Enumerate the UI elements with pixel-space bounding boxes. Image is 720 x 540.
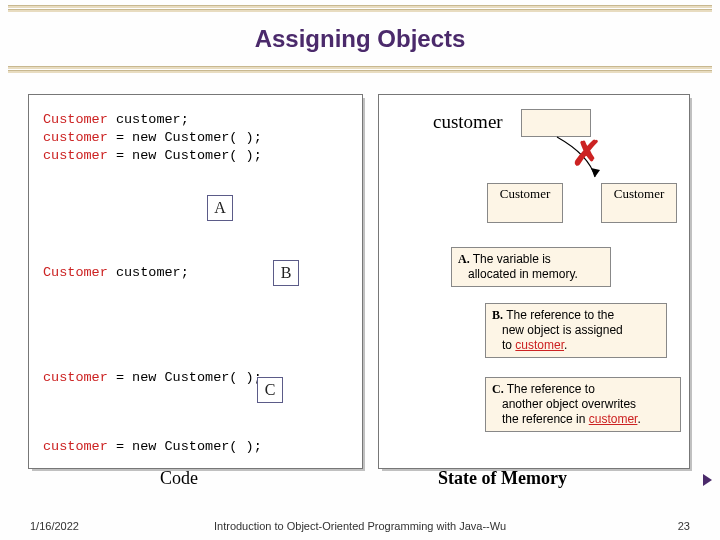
keyword: customer — [43, 148, 108, 163]
cross-icon: ✗ — [571, 133, 602, 173]
explain-text: . — [564, 338, 567, 352]
keyword: Customer — [43, 265, 108, 280]
code-panel: Customer customer; customer = new Custom… — [28, 94, 363, 469]
code-text: = new Customer( ); — [108, 439, 262, 454]
keyword: customer — [43, 370, 108, 385]
badge-b: B — [273, 260, 299, 286]
explain-text: allocated in memory. — [468, 267, 578, 281]
explain-text: new object is assigned — [502, 323, 623, 337]
explain-text: The reference to the — [503, 308, 614, 322]
explain-b: B. The reference to the new object is as… — [485, 303, 667, 358]
explain-tag: C. — [492, 382, 504, 396]
content-area: Customer customer; customer = new Custom… — [0, 76, 720, 476]
code-text: customer; — [108, 265, 189, 280]
code-block-bottom: Customer customer; B customer = new Cust… — [43, 228, 352, 507]
object-box-1: Customer — [487, 183, 563, 223]
footer-state-label: State of Memory — [438, 468, 567, 489]
object-box-2: Customer — [601, 183, 677, 223]
object-label: Customer — [614, 186, 665, 201]
explain-a: A. The variable is allocated in memory. — [451, 247, 611, 287]
badge-c: C — [257, 377, 283, 403]
explain-text: The variable is — [470, 252, 551, 266]
mid-rules — [0, 61, 720, 76]
slide-title: Assigning Objects — [0, 15, 720, 61]
footer-code-label: Code — [160, 468, 198, 489]
keyword: customer — [43, 439, 108, 454]
explain-text: The reference to — [504, 382, 595, 396]
explain-tag: A. — [458, 252, 470, 266]
explain-text: . — [637, 412, 640, 426]
explain-underline: customer — [589, 412, 638, 426]
explain-underline: customer — [515, 338, 564, 352]
top-rules — [0, 0, 720, 15]
keyword: customer — [43, 130, 108, 145]
bottom-bar: 1/16/2022 Introduction to Object-Oriente… — [0, 512, 720, 540]
next-slide-icon[interactable] — [703, 474, 712, 486]
code-text: = new Customer( ); — [108, 148, 262, 163]
keyword: Customer — [43, 112, 108, 127]
code-text: customer; — [108, 112, 189, 127]
memory-panel: customer Customer ✗ Customer A. The vari… — [378, 94, 690, 469]
explain-text: to — [502, 338, 515, 352]
object-label: Customer — [500, 186, 551, 201]
explain-text: another object overwrites — [502, 397, 636, 411]
explain-c: C. The reference to another object overw… — [485, 377, 681, 432]
code-text: = new Customer( ); — [108, 370, 262, 385]
explain-tag: B. — [492, 308, 503, 322]
explain-text: the reference in — [502, 412, 589, 426]
code-text: = new Customer( ); — [108, 130, 262, 145]
badge-a: A — [207, 195, 233, 221]
slide-footer-text: Introduction to Object-Oriented Programm… — [0, 520, 720, 532]
code-block-top: Customer customer; customer = new Custom… — [43, 111, 352, 166]
slide-number: 23 — [678, 520, 690, 532]
